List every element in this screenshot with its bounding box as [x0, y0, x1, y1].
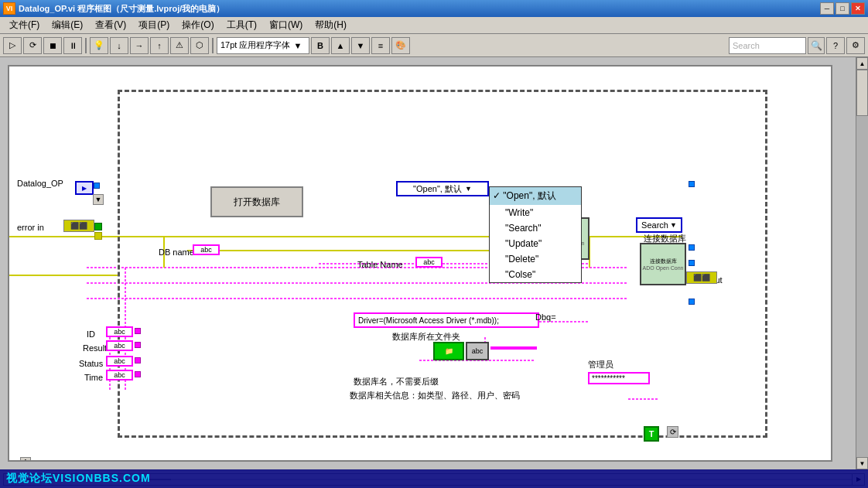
toolbar-step-into[interactable]: ↓ — [110, 37, 128, 54]
app-icon: VI — [3, 2, 15, 15]
result-ctrl: abc — [106, 340, 133, 351]
result-label: Result — [83, 343, 107, 353]
window-title: Datalog_OP.vi 程序框图（尺寸测量.lvproj/我的电脑） — [19, 3, 224, 15]
dropdown-item-open[interactable]: "Open", 默认 — [490, 187, 581, 205]
toolbar-highlight[interactable]: 💡 — [90, 37, 108, 54]
error-in-box: ⬛⬛ — [63, 220, 94, 232]
font-dropdown[interactable]: 17pt 应用程序字体 ▼ — [217, 37, 309, 54]
toolbar-stop[interactable]: ⏹ — [43, 37, 62, 54]
close-button[interactable]: ✕ — [851, 2, 865, 15]
driver-label-ctrl: Driver=(Microsoft Access Driver (*.mdb))… — [354, 312, 539, 328]
id-connector — [135, 328, 141, 334]
id-ctrl: abc — [106, 326, 133, 337]
id-label: ID — [87, 329, 95, 339]
toolbar-color[interactable]: 🎨 — [391, 37, 410, 54]
wire-concat2 — [490, 348, 537, 350]
db-folder-label: 数据库所在文件夹 — [392, 331, 460, 343]
dropdown-item-delete[interactable]: "Delete" — [490, 251, 581, 267]
error-out-box: ⬛⬛ — [686, 271, 717, 284]
db-info-label: 数据库相关信息：如类型、路径、用户、密码 — [350, 390, 520, 401]
open-default-selector[interactable]: "Open", 默认 ▼ — [396, 181, 489, 196]
true-indicator: T — [644, 426, 659, 442]
maximize-button[interactable]: □ — [836, 2, 849, 15]
input-connector-left: ▶ — [75, 181, 94, 195]
menu-project[interactable]: 项目(P) — [132, 17, 176, 33]
canvas-inner[interactable]: Datalog_OP ▶ ▼ error in ⬛⬛ DB name abc 打… — [8, 65, 832, 462]
minimize-button[interactable]: ─ — [820, 2, 834, 15]
table-name-ctrl: abc — [415, 257, 443, 268]
toolbar-run-arrow[interactable]: ▷ — [3, 37, 22, 54]
scroll-down-button[interactable]: ▼ — [856, 457, 868, 469]
mode-dropdown-menu[interactable]: "Open", 默认 "Write" "Search" "Update" "De… — [489, 186, 582, 283]
watermark: 视觉论坛VISIONBBS.COM — [0, 469, 868, 488]
title-bar: VI Datalog_OP.vi 程序框图（尺寸测量.lvproj/我的电脑） … — [0, 0, 868, 17]
time-connector — [135, 371, 141, 377]
toolbar-step-out[interactable]: ↑ — [150, 37, 169, 54]
db-name-ctrl: abc — [193, 244, 220, 255]
toolbar-sep2 — [212, 38, 214, 53]
time-label: Time — [84, 373, 103, 382]
right-arrow-out: ⟳ — [667, 426, 678, 438]
status-ctrl: abc — [106, 356, 133, 367]
toolbar-step-over[interactable]: → — [130, 37, 149, 54]
toolbar-font-size-dn[interactable]: ▼ — [351, 37, 370, 54]
toolbar-align[interactable]: ≡ — [371, 37, 390, 54]
file-node: 📁 — [433, 342, 464, 360]
dropdown-item-colse[interactable]: "Colse" — [490, 267, 581, 282]
main-area: Datalog_OP ▶ ▼ error in ⬛⬛ DB name abc 打… — [0, 57, 868, 469]
dropdown-item-write[interactable]: "Write" — [490, 205, 581, 220]
db-name-label: DB name — [159, 247, 194, 257]
scroll-up-button[interactable]: ▲ — [856, 57, 868, 70]
canvas-area[interactable]: Datalog_OP ▶ ▼ error in ⬛⬛ DB name abc 打… — [0, 57, 856, 469]
vertical-scrollbar[interactable]: ▲ ▼ — [856, 57, 868, 469]
blue-connector-right-1 — [689, 181, 695, 187]
datalog-op-label: Datalog_OP — [17, 179, 63, 188]
menu-window[interactable]: 窗口(W) — [263, 17, 309, 33]
toolbar-cleanup[interactable]: ⬡ — [190, 37, 209, 54]
search-box[interactable]: Search — [729, 37, 806, 54]
error-in-label: error in — [17, 223, 44, 232]
result-connector — [135, 342, 141, 348]
toolbar-font-size-up[interactable]: ▲ — [331, 37, 350, 54]
window-controls: ─ □ ✕ — [820, 2, 865, 15]
yellow-terminal-1 — [94, 232, 102, 240]
status-connector — [135, 357, 141, 363]
menu-edit[interactable]: 编辑(E) — [46, 17, 89, 33]
down-arrow-indicator: ▼ — [93, 194, 104, 205]
scroll-thumb[interactable] — [856, 70, 868, 116]
open-db-block: 打开数据库 — [210, 186, 303, 217]
manager-label: 管理员 — [588, 359, 613, 370]
toolbar-pause[interactable]: ⏸ — [63, 37, 82, 54]
toolbar-warn[interactable]: ⚠ — [170, 37, 189, 54]
db-name-no-ext-label: 数据库名，不需要后缀 — [354, 376, 439, 387]
concat-node: abc — [466, 342, 489, 360]
toolbar-right: Search 🔍 ? ⚙ — [729, 37, 865, 54]
search-button-ctrl[interactable]: Search ▼ — [636, 217, 682, 233]
info-icon: i — [20, 457, 31, 462]
status-label: Status — [79, 359, 103, 368]
connect-db-block: 连接数据库 ADO Open Conn — [640, 243, 686, 285]
scroll-track — [856, 70, 868, 457]
toolbar-help[interactable]: ? — [826, 37, 845, 54]
time-ctrl: abc — [106, 370, 133, 381]
menu-view[interactable]: 查看(V) — [89, 17, 132, 33]
toolbar: ▷ ⟳ ⏹ ⏸ 💡 ↓ → ↑ ⚠ ⬡ 17pt 应用程序字体 ▼ B ▲ ▼ … — [0, 34, 868, 57]
toolbar-sep1 — [85, 38, 87, 53]
menu-help[interactable]: 帮助(H) — [309, 17, 353, 33]
menu-operate[interactable]: 操作(O) — [176, 17, 220, 33]
toolbar-font-b[interactable]: B — [311, 37, 330, 54]
dropdown-item-update[interactable]: "Update" — [490, 236, 581, 251]
blue-connector-right-4 — [689, 299, 695, 305]
menu-tools[interactable]: 工具(T) — [220, 17, 263, 33]
dropdown-item-search[interactable]: "Search" — [490, 220, 581, 236]
blue-connector-1 — [94, 183, 100, 189]
toolbar-settings[interactable]: ⚙ — [846, 37, 865, 54]
green-terminal-1 — [94, 223, 102, 230]
toolbar-run-cont[interactable]: ⟳ — [23, 37, 42, 54]
table-name-label: Table Name — [357, 260, 403, 269]
dbq-label: Dbq= — [535, 312, 556, 322]
search-button[interactable]: 🔍 — [808, 37, 825, 54]
menu-file[interactable]: 文件(F) — [3, 17, 46, 33]
blue-connector-right-3 — [689, 260, 695, 266]
manager-ctrl: *********** — [588, 372, 650, 384]
